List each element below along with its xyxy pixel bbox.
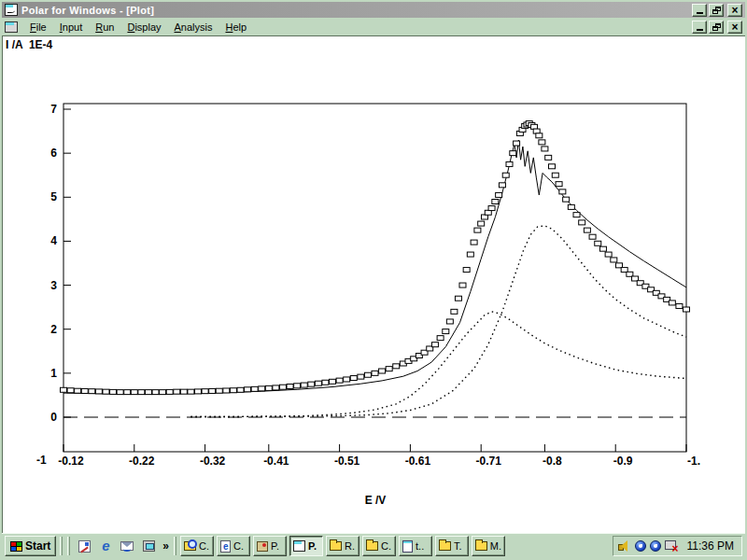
y-tick-label: 0 (50, 411, 57, 424)
series-experimental_squares-marker (502, 173, 509, 177)
menu-input[interactable]: Input (53, 20, 89, 35)
taskbar-button-label: P. (271, 540, 279, 552)
series-experimental_squares-marker (595, 241, 601, 245)
windows-flag-icon (10, 541, 22, 552)
quick-launch-overflow-chevron[interactable]: » (162, 539, 170, 553)
network-offline-icon[interactable] (665, 540, 678, 553)
taskbar-grip[interactable] (174, 537, 176, 555)
menu-run[interactable]: Run (89, 20, 120, 35)
taskbar-button-5[interactable]: R. (326, 536, 359, 556)
series-experimental_squares-marker (67, 388, 74, 393)
series-experimental_squares-marker (506, 161, 513, 166)
taskbar-button-2[interactable]: C. (217, 536, 250, 556)
series-experimental_squares-marker (542, 147, 548, 151)
folder-icon (330, 541, 342, 551)
channels-icon[interactable] (141, 539, 156, 553)
y-tick-label: 6 (50, 147, 57, 160)
series-experimental_squares-marker (180, 389, 187, 394)
taskbar-button-3[interactable]: P. (253, 536, 287, 556)
series-experimental_squares-marker (568, 204, 574, 209)
y-tick-label: 2 (50, 323, 57, 336)
taskbar-button-6[interactable]: C. (362, 536, 396, 556)
series-experimental_squares-marker (459, 283, 466, 287)
series-experimental_squares-marker (209, 388, 216, 393)
series-experimental_squares-marker (166, 389, 173, 394)
series-experimental_squares-marker (259, 386, 265, 391)
taskbar-button-7[interactable]: t.. (399, 536, 432, 556)
menu-help[interactable]: Help (218, 20, 253, 35)
outlook-express-icon[interactable] (120, 539, 134, 553)
taskbar-grip[interactable] (67, 537, 70, 555)
taskbar-button-label: C. (381, 540, 391, 552)
series-experimental_squares-marker (81, 388, 88, 393)
series-experimental_squares-marker (443, 329, 449, 334)
taskbar: Start e » C.C.P.P.R.C.t..T.M. 11:36 PM (2, 533, 745, 558)
taskbar-clock[interactable]: 11:36 PM (687, 539, 734, 553)
ie-document-icon (220, 540, 231, 553)
start-button[interactable]: Start (5, 536, 56, 556)
mdi-minimize-button[interactable] (692, 21, 707, 34)
series-experimental_squares-marker (287, 385, 293, 389)
show-desktop-icon[interactable] (77, 539, 92, 553)
taskbar-button-8[interactable]: T. (435, 536, 469, 556)
mdi-restore-button[interactable] (709, 21, 724, 34)
menu-file[interactable]: File (23, 20, 53, 35)
y-tick-label: 4 (50, 234, 57, 247)
x-axis-title: E /V (346, 494, 404, 507)
series-experimental_squares-marker (463, 268, 470, 273)
series-experimental_squares-marker (294, 384, 301, 388)
restore-button[interactable] (709, 4, 724, 17)
mdi-child-icon[interactable] (5, 21, 18, 33)
series-experimental_squares-marker (573, 213, 580, 217)
minimize-icon (697, 12, 703, 14)
menu-bar: File Input Run Display Analysis Help × (2, 18, 745, 35)
series-experimental_squares-marker (589, 234, 596, 239)
mdi-close-button[interactable]: × (727, 21, 742, 34)
title-bar: Polar for Windows - [Plot] × (2, 2, 745, 18)
series-experimental_squares-marker (471, 240, 477, 245)
series-experimental_squares-marker (89, 389, 95, 394)
minimize-button[interactable] (692, 4, 707, 17)
taskbar-grip[interactable] (60, 537, 63, 555)
polar-app-icon (293, 540, 305, 552)
series-experimental_squares-marker (308, 382, 315, 386)
series-experimental_squares-marker (455, 296, 461, 301)
blue-orb-icon[interactable] (635, 540, 646, 552)
app-icon[interactable] (5, 4, 18, 16)
taskbar-button-9[interactable]: M. (472, 536, 505, 556)
close-icon: × (731, 6, 738, 15)
series-experimental_squares-marker (245, 387, 251, 392)
series-experimental_squares-marker (548, 164, 555, 169)
taskbar-button-4[interactable]: P. (289, 536, 323, 556)
menu-display[interactable]: Display (120, 20, 167, 35)
pen-app-icon (257, 541, 268, 552)
series-experimental_squares-marker (336, 378, 343, 383)
series-experimental_squares-marker (103, 389, 109, 394)
series-experimental_squares-marker (379, 369, 386, 373)
taskbar-button-label: C. (199, 540, 209, 552)
series-experimental_squares-marker (545, 155, 552, 160)
internet-explorer-icon[interactable]: e (98, 539, 113, 553)
series-experimental_squares-marker (684, 307, 690, 312)
x-tick-label: -1. (687, 455, 700, 468)
series-experimental_squares-marker (496, 192, 502, 197)
tray-icons (618, 540, 678, 553)
close-button[interactable]: × (727, 4, 742, 17)
series-experimental_squares-marker (131, 390, 137, 395)
blue-orb-icon[interactable] (650, 540, 661, 552)
menu-analysis[interactable]: Analysis (168, 20, 219, 35)
window-title: Polar for Windows - [Plot] (21, 5, 692, 16)
mdi-window-controls: × (692, 21, 742, 34)
volume-icon[interactable] (618, 540, 631, 553)
taskbar-button-1[interactable]: C. (180, 536, 214, 556)
series-experimental_squares-marker (437, 336, 444, 341)
series-experimental_squares-marker (273, 385, 279, 390)
folder-icon (475, 541, 487, 551)
y-axis-bottom-label: -1 (36, 454, 47, 467)
series-experimental_squares-marker (188, 389, 194, 394)
series-experimental_squares-marker (492, 200, 499, 204)
series-experimental_squares-marker (372, 371, 378, 375)
series-experimental_squares-marker (110, 389, 117, 394)
taskbar-button-label: P. (308, 540, 317, 552)
series-experimental_squares-marker (431, 343, 438, 347)
